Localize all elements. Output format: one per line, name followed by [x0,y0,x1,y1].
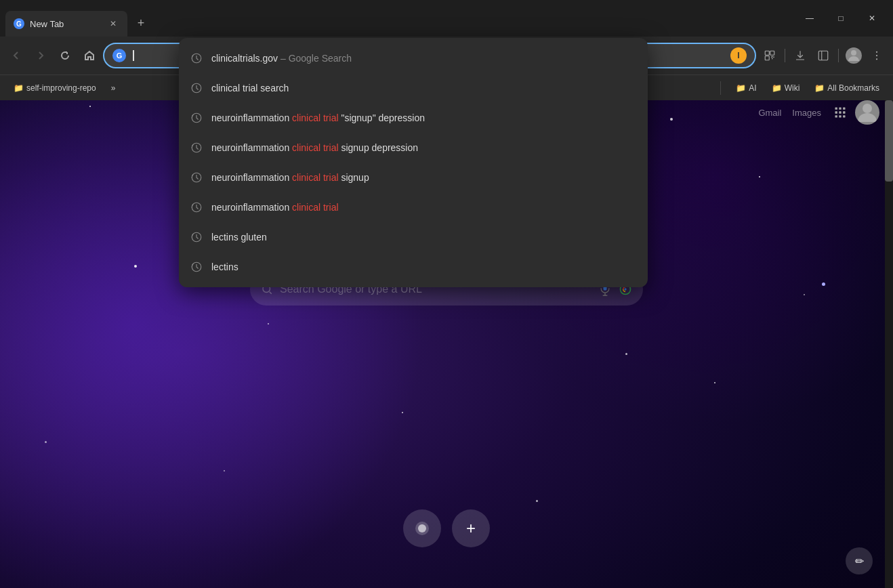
downloads-button[interactable] [789,45,811,66]
address-input-cursor [133,50,134,61]
all-bookmarks-folder-icon: 📁 [814,83,825,93]
omnibox-item-7[interactable]: lectins gluten [179,222,648,252]
svg-point-6 [876,55,877,56]
reload-button[interactable] [54,45,76,66]
back-button[interactable] [5,45,27,66]
svg-rect-10 [843,108,845,110]
toolbar-divider-2 [838,49,839,62]
omnibox-text-2: clinical trial search [211,83,637,93]
highlight-3a: clinical [292,112,320,123]
omnibox-text-3: neuroinflammation clinical trial "signup… [211,112,637,123]
omnibox-item-3[interactable]: neuroinflammation clinical trial "signup… [179,103,648,133]
back-icon [11,50,22,61]
shortcuts-area: + [403,509,490,547]
tab-close-button[interactable]: ✕ [107,18,119,30]
history-icon-7 [190,230,203,244]
profile-button[interactable] [843,45,865,66]
bookmark-folder-self-improving[interactable]: 📁 self-improving-repo [8,81,102,96]
images-link[interactable]: Images [788,102,825,123]
all-bookmarks-button[interactable]: 📁 All Bookmarks [809,81,885,96]
svg-point-4 [851,50,856,56]
omnibox-item-8[interactable]: lectins [179,252,648,282]
google-apps-button[interactable] [828,100,852,125]
downloads-icon [794,49,806,62]
omnibox-text-8: lectins [211,261,637,272]
svg-rect-11 [835,111,837,113]
shortcut-item-1[interactable] [403,509,441,547]
menu-button[interactable] [866,45,888,66]
sidebar-icon [817,49,829,62]
omnibox-main-text-7: lectins gluten [211,232,267,243]
highlight-4a: clinical [292,142,320,153]
history-icon-8 [190,260,203,274]
toolbar-divider [785,49,785,62]
gmail-link[interactable]: Gmail [754,102,785,123]
omnibox-main-text-2: clinical trial search [211,83,289,93]
history-icon-5 [190,171,203,184]
extensions-button[interactable] [759,45,781,66]
highlight-6b: trial [323,202,339,213]
edit-button[interactable]: ✏ [846,547,873,574]
home-icon [84,50,95,61]
folder-icon: 📁 [14,83,24,93]
forward-button[interactable] [30,45,51,66]
window-controls: — □ ✕ [794,5,893,31]
history-svg-4 [190,142,203,154]
omnibox-item-6[interactable]: neuroinflammation clinical trial [179,192,648,222]
shortcut-icon-1 [414,520,430,537]
folder-icon-wiki: 📁 [772,83,782,93]
history-svg-1 [190,52,203,64]
omnibox-dropdown: clinicaltrials.gov – Google Search clini… [179,38,648,287]
menu-icon [871,49,883,62]
more-label: » [111,83,116,93]
google-topbar: Gmail Images [754,100,879,125]
address-bar-profile-icon: I [730,47,747,64]
omnibox-item-5[interactable]: neuroinflammation clinical trial signup [179,163,648,192]
scrollbar[interactable] [885,100,893,588]
bookmark-wiki-label: Wiki [785,83,800,93]
history-svg-5 [190,171,203,184]
minimize-button[interactable]: — [794,5,825,31]
history-icon-1 [190,51,203,65]
tab-favicon: G [14,18,24,29]
svg-rect-3 [818,51,828,60]
close-button[interactable]: ✕ [856,5,888,31]
active-tab[interactable]: G New Tab ✕ [5,11,127,37]
omnibox-item-1[interactable]: clinicaltrials.gov – Google Search [179,43,648,73]
svg-point-7 [876,58,877,60]
maximize-button[interactable]: □ [825,5,856,31]
omnibox-item-4[interactable]: neuroinflammation clinical trial signup … [179,133,648,163]
svg-rect-16 [843,115,845,117]
all-bookmarks-label: All Bookmarks [827,83,879,93]
extensions-icon [764,49,776,62]
svg-point-5 [876,51,877,53]
bookmark-folder-ai[interactable]: 📁 AI [730,81,762,96]
omnibox-separator-1: – [278,53,289,64]
svg-rect-13 [843,111,845,113]
highlight-4b: trial [323,142,339,153]
svg-rect-14 [835,115,837,117]
new-tab-button[interactable]: + [130,12,152,34]
home-button[interactable] [79,45,100,66]
titlebar: G New Tab ✕ + — □ ✕ [0,0,893,37]
scrollbar-thumb[interactable] [885,100,893,182]
omnibox-text-6: neuroinflammation clinical trial [211,202,637,213]
bookmarks-right-divider [720,81,721,95]
add-shortcut-button[interactable]: + [452,509,490,547]
history-svg-2 [190,82,203,94]
omnibox-main-text-1: clinicaltrials.gov [211,53,278,64]
bookmark-folder-wiki[interactable]: 📁 Wiki [766,81,806,96]
highlight-6a: clinical [292,202,320,213]
history-icon-4 [190,141,203,154]
bookmarks-more-button[interactable]: » [106,81,121,96]
history-icon-6 [190,201,203,214]
sidebar-button[interactable] [812,45,834,66]
highlight-5b: trial [323,172,339,183]
svg-rect-9 [839,108,841,110]
bookmark-ai-label: AI [749,83,756,93]
google-user-avatar[interactable] [855,100,879,125]
profile-avatar [846,47,862,64]
omnibox-item-2[interactable]: clinical trial search [179,73,648,103]
svg-rect-1 [770,51,774,55]
edit-icon: ✏ [855,555,864,568]
